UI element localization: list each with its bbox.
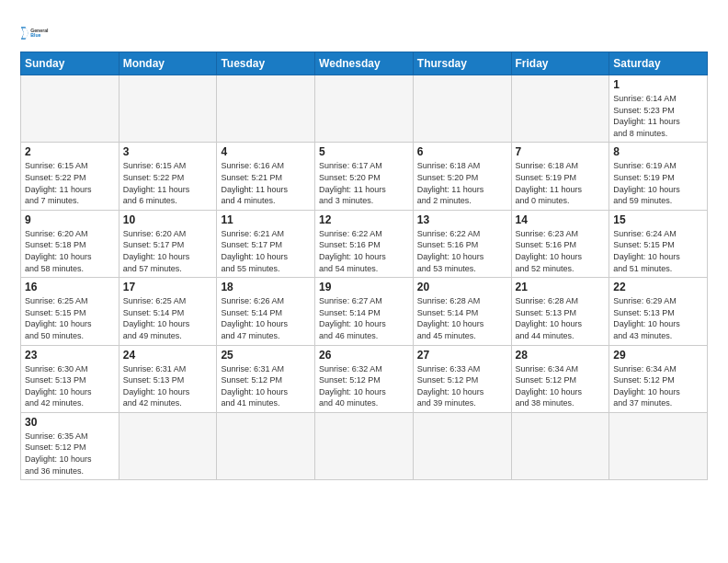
day-info: Sunrise: 6:17 AM Sunset: 5:20 PM Dayligh… [319,160,409,206]
calendar-day: 13Sunrise: 6:22 AM Sunset: 5:16 PM Dayli… [413,210,511,277]
weekday-header-wednesday: Wednesday [315,52,414,75]
day-info: Sunrise: 6:28 AM Sunset: 5:14 PM Dayligh… [417,295,507,341]
calendar-day: 6Sunrise: 6:18 AM Sunset: 5:20 PM Daylig… [413,143,511,210]
day-number: 11 [221,213,311,226]
day-info: Sunrise: 6:22 AM Sunset: 5:16 PM Dayligh… [319,228,409,274]
calendar-day: 10Sunrise: 6:20 AM Sunset: 5:17 PM Dayli… [119,210,217,277]
calendar-week-row: 1Sunrise: 6:14 AM Sunset: 5:23 PM Daylig… [21,75,708,143]
day-number: 30 [25,416,115,429]
day-info: Sunrise: 6:18 AM Sunset: 5:19 PM Dayligh… [516,160,606,206]
day-info: Sunrise: 6:21 AM Sunset: 5:17 PM Dayligh… [221,228,311,274]
day-info: Sunrise: 6:20 AM Sunset: 5:17 PM Dayligh… [123,228,213,274]
day-number: 13 [417,213,507,226]
calendar-day: 20Sunrise: 6:28 AM Sunset: 5:14 PM Dayli… [413,278,511,345]
day-info: Sunrise: 6:20 AM Sunset: 5:18 PM Dayligh… [25,228,115,274]
day-info: Sunrise: 6:14 AM Sunset: 5:23 PM Dayligh… [613,93,703,139]
day-number: 27 [417,349,507,362]
calendar-day [21,75,119,143]
day-info: Sunrise: 6:25 AM Sunset: 5:14 PM Dayligh… [123,295,213,341]
day-info: Sunrise: 6:25 AM Sunset: 5:15 PM Dayligh… [25,295,115,341]
calendar-day: 5Sunrise: 6:17 AM Sunset: 5:20 PM Daylig… [315,143,414,210]
day-number: 15 [613,213,703,226]
day-info: Sunrise: 6:15 AM Sunset: 5:22 PM Dayligh… [25,160,115,206]
calendar-day: 27Sunrise: 6:33 AM Sunset: 5:12 PM Dayli… [413,345,511,412]
day-number: 12 [319,213,409,226]
calendar-day: 11Sunrise: 6:21 AM Sunset: 5:17 PM Dayli… [217,210,315,277]
day-number: 3 [123,145,213,158]
calendar-day: 14Sunrise: 6:23 AM Sunset: 5:16 PM Dayli… [511,210,609,277]
calendar-day [609,412,708,479]
calendar-day: 7Sunrise: 6:18 AM Sunset: 5:19 PM Daylig… [511,143,609,210]
calendar-week-row: 23Sunrise: 6:30 AM Sunset: 5:13 PM Dayli… [21,345,708,412]
calendar-day [511,412,609,479]
calendar-day: 28Sunrise: 6:34 AM Sunset: 5:12 PM Dayli… [511,345,609,412]
day-info: Sunrise: 6:19 AM Sunset: 5:19 PM Dayligh… [613,160,703,206]
weekday-header-tuesday: Tuesday [217,52,315,75]
logo: GeneralBlue [20,20,50,46]
weekday-header-thursday: Thursday [413,52,511,75]
day-number: 7 [516,145,606,158]
header-area: GeneralBlue [20,17,708,46]
calendar-day: 8Sunrise: 6:19 AM Sunset: 5:19 PM Daylig… [609,143,708,210]
calendar-day: 25Sunrise: 6:31 AM Sunset: 5:12 PM Dayli… [217,345,315,412]
day-info: Sunrise: 6:33 AM Sunset: 5:12 PM Dayligh… [417,363,507,409]
calendar-day: 23Sunrise: 6:30 AM Sunset: 5:13 PM Dayli… [21,345,119,412]
day-info: Sunrise: 6:31 AM Sunset: 5:13 PM Dayligh… [123,363,213,409]
day-number: 28 [516,349,606,362]
day-info: Sunrise: 6:26 AM Sunset: 5:14 PM Dayligh… [221,295,311,341]
day-number: 10 [123,213,213,226]
day-info: Sunrise: 6:18 AM Sunset: 5:20 PM Dayligh… [417,160,507,206]
day-info: Sunrise: 6:27 AM Sunset: 5:14 PM Dayligh… [319,295,409,341]
day-info: Sunrise: 6:15 AM Sunset: 5:22 PM Dayligh… [123,160,213,206]
calendar-day: 2Sunrise: 6:15 AM Sunset: 5:22 PM Daylig… [21,143,119,210]
calendar-day [413,412,511,479]
day-info: Sunrise: 6:30 AM Sunset: 5:13 PM Dayligh… [25,363,115,409]
day-info: Sunrise: 6:16 AM Sunset: 5:21 PM Dayligh… [221,160,311,206]
calendar-day: 9Sunrise: 6:20 AM Sunset: 5:18 PM Daylig… [21,210,119,277]
day-info: Sunrise: 6:23 AM Sunset: 5:16 PM Dayligh… [516,228,606,274]
day-number: 21 [516,281,606,293]
day-number: 26 [319,349,409,362]
calendar-day [413,75,511,143]
calendar-week-row: 30Sunrise: 6:35 AM Sunset: 5:12 PM Dayli… [21,412,708,479]
weekday-header-saturday: Saturday [609,52,708,75]
day-number: 19 [319,281,409,293]
calendar-day [119,75,217,143]
svg-text:Blue: Blue [30,32,40,38]
day-number: 9 [25,213,115,226]
calendar-day: 17Sunrise: 6:25 AM Sunset: 5:14 PM Dayli… [119,278,217,345]
day-number: 6 [417,145,507,158]
calendar-day [217,75,315,143]
day-number: 8 [613,145,703,158]
day-number: 16 [25,281,115,293]
day-number: 20 [417,281,507,293]
calendar-day: 22Sunrise: 6:29 AM Sunset: 5:13 PM Dayli… [609,278,708,345]
day-info: Sunrise: 6:32 AM Sunset: 5:12 PM Dayligh… [319,363,409,409]
day-number: 4 [221,145,311,158]
page: GeneralBlue SundayMondayTuesdayWednesday… [0,0,728,489]
weekday-header-row: SundayMondayTuesdayWednesdayThursdayFrid… [21,52,708,75]
day-number: 2 [25,145,115,158]
calendar-day: 18Sunrise: 6:26 AM Sunset: 5:14 PM Dayli… [217,278,315,345]
day-info: Sunrise: 6:29 AM Sunset: 5:13 PM Dayligh… [613,295,703,341]
day-number: 18 [221,281,311,293]
day-number: 5 [319,145,409,158]
generalblue-icon: GeneralBlue [20,20,50,46]
calendar-day [217,412,315,479]
day-info: Sunrise: 6:35 AM Sunset: 5:12 PM Dayligh… [25,431,115,477]
calendar-day [119,412,217,479]
calendar-day: 26Sunrise: 6:32 AM Sunset: 5:12 PM Dayli… [315,345,414,412]
weekday-header-friday: Friday [511,52,609,75]
day-number: 17 [123,281,213,293]
day-info: Sunrise: 6:34 AM Sunset: 5:12 PM Dayligh… [516,363,606,409]
calendar-day: 29Sunrise: 6:34 AM Sunset: 5:12 PM Dayli… [609,345,708,412]
calendar-day: 4Sunrise: 6:16 AM Sunset: 5:21 PM Daylig… [217,143,315,210]
day-number: 1 [613,78,703,91]
calendar-day: 16Sunrise: 6:25 AM Sunset: 5:15 PM Dayli… [21,278,119,345]
calendar-day [315,412,414,479]
day-info: Sunrise: 6:34 AM Sunset: 5:12 PM Dayligh… [613,363,703,409]
day-number: 25 [221,349,311,362]
calendar-day: 24Sunrise: 6:31 AM Sunset: 5:13 PM Dayli… [119,345,217,412]
calendar-table: SundayMondayTuesdayWednesdayThursdayFrid… [20,52,708,480]
day-number: 14 [516,213,606,226]
